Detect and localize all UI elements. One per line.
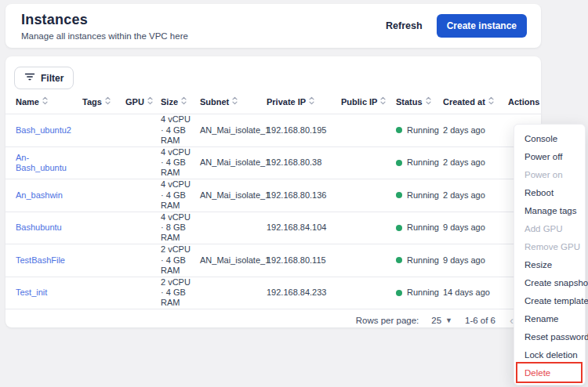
column-header-label: Status — [396, 97, 423, 107]
created-at-cell: 14 days ago — [443, 288, 508, 298]
page-subtitle: Manage all instances within the VPC here — [21, 31, 188, 41]
context-menu-item[interactable]: Create template — [514, 291, 585, 309]
context-menu-item[interactable]: Power off — [514, 147, 585, 165]
column-header[interactable]: Created at — [443, 96, 508, 107]
size-cell: 4 vCPU · 4 GB RAM — [161, 179, 200, 211]
column-header[interactable]: Size — [161, 96, 200, 107]
private-ip-cell: 192.168.80.38 — [267, 157, 341, 168]
table-row: An-Bash_ubuntu 4 vCPU · 4 GB RAM AN_Mai_… — [5, 147, 541, 180]
context-menu-item[interactable]: Lock deletion — [514, 345, 585, 363]
status-dot-icon — [396, 160, 402, 166]
column-header-label: Tags — [82, 97, 102, 107]
table-header-row: Name Tags GPU Size Subnet Private IP — [5, 96, 541, 114]
caret-down-icon: ▼ — [445, 316, 452, 324]
size-cell: 2 vCPU · 4 GB RAM — [161, 244, 200, 276]
created-at-cell: 9 days ago — [443, 255, 508, 266]
pagination-range: 1-6 of 6 — [465, 316, 495, 325]
context-menu-item[interactable]: Rename — [514, 309, 585, 327]
context-menu-item[interactable]: Reboot — [514, 183, 585, 201]
table-body: Bash_ubuntu2 4 vCPU · 4 GB RAM AN_Mai_is… — [5, 114, 541, 309]
instance-name-link[interactable]: An_bashwin — [16, 190, 63, 200]
filter-icon — [24, 72, 35, 84]
header-actions: Refresh Create instance — [386, 14, 527, 38]
context-menu-item: Remove GPU — [514, 237, 585, 255]
status-label: Running — [407, 125, 439, 136]
subnet-cell: AN_Mai_isolate_1 — [200, 125, 267, 136]
status-dot-icon — [396, 192, 402, 198]
filter-button-label: Filter — [41, 73, 64, 84]
status-cell: Running — [396, 157, 443, 168]
column-header[interactable]: Subnet — [200, 96, 267, 107]
rows-per-page-select[interactable]: 25 ▼ — [431, 316, 452, 325]
column-header[interactable]: Status — [396, 96, 443, 107]
table-row: An_bashwin 4 vCPU · 4 GB RAM AN_Mai_isol… — [5, 179, 541, 212]
sort-icon — [309, 96, 314, 107]
context-menu-item[interactable]: Delete — [514, 363, 585, 382]
status-dot-icon — [396, 127, 402, 133]
private-ip-cell: 192.168.84.104 — [267, 222, 341, 233]
status-label: Running — [407, 157, 439, 168]
size-cell: 4 vCPU · 8 GB RAM — [161, 212, 200, 244]
table-row: TestBashFile 2 vCPU · 4 GB RAM AN_Mai_is… — [5, 244, 541, 277]
table-row: Test_init 2 vCPU · 4 GB RAM 192.168.84.2… — [5, 277, 541, 310]
column-header[interactable]: Name — [16, 96, 82, 107]
sort-icon — [380, 96, 386, 107]
instance-name-link[interactable]: Test_init — [16, 288, 47, 297]
subnet-cell: AN_Mai_isolate_1 — [200, 190, 267, 201]
context-menu-item[interactable]: Manage tags — [514, 201, 585, 219]
filter-button[interactable]: Filter — [14, 67, 74, 89]
column-header[interactable]: Actions — [508, 97, 541, 107]
column-header-label: Created at — [443, 97, 485, 107]
sort-icon — [105, 96, 111, 107]
created-at-cell: 2 days ago — [443, 157, 508, 168]
size-cell: 4 vCPU · 4 GB RAM — [161, 147, 200, 179]
status-cell: Running — [396, 222, 443, 233]
context-menu-item[interactable]: Resize — [514, 255, 585, 273]
instance-name-link[interactable]: Bashubuntu — [16, 222, 62, 232]
instance-name-link[interactable]: Bash_ubuntu2 — [16, 125, 71, 135]
sort-icon — [42, 96, 48, 107]
column-header-label: Size — [161, 97, 178, 107]
actions-context-menu: Console Power off Power on Reboot Manage… — [514, 124, 586, 385]
create-instance-button[interactable]: Create instance — [437, 14, 527, 38]
subnet-cell: AN_Mai_isolate_1 — [200, 255, 267, 266]
column-header[interactable]: GPU — [125, 96, 161, 107]
status-cell: Running — [396, 288, 443, 298]
private-ip-cell: 192.168.84.233 — [267, 288, 341, 298]
status-cell: Running — [396, 190, 443, 201]
instances-table-card: Filter Name Tags GPU Size Subnet Private… — [5, 56, 541, 327]
rows-per-page-value: 25 — [431, 316, 441, 325]
column-header-label: Name — [16, 97, 39, 107]
table-row: Bashubuntu 4 vCPU · 8 GB RAM 192.168.84.… — [5, 212, 541, 245]
status-cell: Running — [396, 125, 443, 136]
context-menu-item[interactable]: Create snapshot — [514, 273, 585, 291]
size-cell: 2 vCPU · 4 GB RAM — [161, 277, 200, 309]
table-row: Bash_ubuntu2 4 vCPU · 4 GB RAM AN_Mai_is… — [5, 114, 541, 147]
private-ip-cell: 192.168.80.136 — [267, 190, 341, 201]
column-header[interactable]: Tags — [82, 96, 125, 107]
context-menu-item: Add GPU — [514, 219, 585, 237]
column-header[interactable]: Public IP — [341, 96, 396, 107]
instance-name-link[interactable]: An-Bash_ubuntu — [16, 153, 67, 172]
sort-icon — [181, 96, 187, 107]
created-at-cell: 2 days ago — [443, 190, 508, 201]
context-menu-item: Power on — [514, 165, 585, 183]
column-header[interactable]: Private IP — [267, 96, 341, 107]
status-label: Running — [407, 222, 439, 233]
private-ip-cell: 192.168.80.195 — [267, 125, 341, 136]
context-menu-item[interactable]: Console — [514, 129, 585, 147]
sort-icon — [147, 96, 153, 107]
page-header-card: Instances Manage all instances within th… — [5, 4, 541, 48]
column-header-label: Subnet — [200, 97, 229, 107]
refresh-button[interactable]: Refresh — [386, 20, 423, 31]
page-header-text: Instances Manage all instances within th… — [21, 12, 188, 41]
sort-icon — [426, 96, 431, 107]
status-label: Running — [407, 190, 439, 201]
column-header-label: Private IP — [267, 97, 306, 107]
subnet-cell: AN_Mai_isolate_1 — [200, 157, 267, 168]
instance-name-link[interactable]: TestBashFile — [16, 255, 65, 265]
status-cell: Running — [396, 255, 443, 266]
context-menu-item[interactable]: Reset password — [514, 327, 585, 345]
created-at-cell: 2 days ago — [443, 125, 508, 136]
size-cell: 4 vCPU · 4 GB RAM — [161, 114, 200, 146]
